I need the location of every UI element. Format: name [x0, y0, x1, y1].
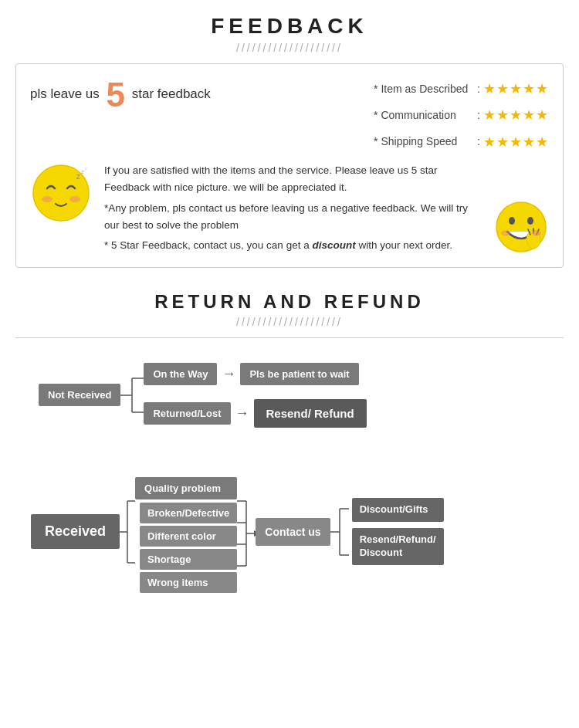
- received-container: Received Quality problem Broken/Defectiv…: [31, 466, 556, 598]
- rating-row-1: * Item as Described : ★★★★★: [374, 76, 549, 101]
- resend-refund-box: Resend/ Refund: [254, 399, 367, 428]
- rating-row-3: * Shipping Speed : ★★★★★: [374, 130, 549, 154]
- para3-suffix: with your next order.: [356, 239, 452, 251]
- not-received-box: Not Received: [39, 384, 120, 406]
- received-box: Received: [31, 514, 120, 549]
- quality-problem-box: Quality problem: [135, 477, 237, 499]
- rating-stars-1: ★★★★★: [483, 76, 549, 101]
- feedback-body-text: If you are satisfied with the items and …: [104, 162, 481, 257]
- svg-point-1: [42, 196, 52, 202]
- happy-smiley-icon: [493, 199, 549, 255]
- para3-prefix: * 5 Star Feedback, contact us, you can g…: [104, 239, 312, 251]
- received-flow-area: Received Quality problem Broken/Defectiv…: [0, 459, 579, 613]
- branch-on-the-way: On the Way → Pls be patient to wait: [144, 363, 366, 385]
- outcome-discount-gifts: Discount/Gifts: [352, 498, 444, 522]
- svg-text:z: z: [81, 168, 84, 175]
- on-the-way-box: On the Way: [144, 363, 217, 385]
- feedback-prefix: pls leave us: [30, 86, 100, 101]
- quality-area: Quality problem Broken/Defective Differe…: [135, 471, 237, 593]
- feedback-title: FEEDBACK: [15, 14, 564, 39]
- feedback-middle: z z z If you are satisfied with the item…: [30, 162, 549, 257]
- quality-item-1: Broken/Defective: [140, 503, 237, 523]
- not-received-branches: On the Way → Pls be patient to wait Retu…: [144, 363, 366, 428]
- quality-item-2: Different color: [140, 526, 237, 547]
- fork-svg-received-1: [120, 478, 135, 586]
- feedback-divider: ////////////////////: [15, 42, 564, 54]
- svg-text:z: z: [76, 172, 80, 181]
- svg-point-13: [501, 230, 510, 235]
- feedback-top: pls leave us 5 star feedback * Item as D…: [30, 75, 549, 156]
- rating-colon-3: :: [477, 132, 480, 151]
- svg-point-2: [69, 196, 80, 202]
- rating-colon-2: :: [477, 106, 480, 125]
- be-patient-box: Pls be patient to wait: [240, 363, 358, 385]
- arrow-2: →: [235, 405, 249, 422]
- star-ratings: * Item as Described : ★★★★★ * Communicat…: [374, 75, 549, 156]
- refund-title: RETURN AND REFUND: [15, 291, 564, 313]
- feedback-left: pls leave us 5 star feedback: [30, 75, 211, 112]
- refund-divider-line: [15, 337, 564, 338]
- contact-us-box: Contact us: [256, 518, 330, 546]
- feedback-number: 5: [107, 76, 125, 113]
- contact-outcomes: Discount/Gifts Resend/Refund/Discount: [352, 498, 444, 565]
- rating-row-2: * Communication : ★★★★★: [374, 103, 549, 127]
- refund-section: RETURN AND REFUND ////////////////////: [0, 276, 579, 347]
- arrows-to-contact: [237, 489, 256, 598]
- refund-divider: ////////////////////: [15, 316, 564, 328]
- discount-word: discount: [312, 239, 355, 251]
- sleeping-smiley-icon: z z z: [30, 162, 92, 224]
- rating-stars-2: ★★★★★: [483, 103, 549, 127]
- rating-colon-1: :: [477, 80, 480, 99]
- quality-item-3: Shortage: [140, 549, 237, 570]
- quality-item-4: Wrong items: [140, 572, 237, 593]
- svg-point-7: [509, 217, 515, 225]
- svg-point-14: [532, 230, 541, 235]
- feedback-section: FEEDBACK //////////////////// pls leave …: [0, 0, 579, 276]
- returned-lost-box: Returned/Lost: [144, 402, 230, 425]
- feedback-para3: * 5 Star Feedback, contact us, you can g…: [104, 237, 481, 254]
- branch-returned-lost: Returned/Lost → Resend/ Refund: [144, 399, 366, 428]
- svg-text:z: z: [85, 166, 87, 171]
- svg-point-8: [527, 217, 533, 225]
- fork-svg-1: [120, 364, 144, 426]
- quality-items: Broken/Defective Different color Shortag…: [140, 503, 237, 593]
- not-received-flow-area: Not Received On the Way → Pls be patient…: [0, 347, 579, 435]
- feedback-para1: If you are satisfied with the items and …: [104, 162, 481, 197]
- rating-stars-3: ★★★★★: [483, 130, 549, 154]
- rating-label-1: * Item as Described: [374, 80, 474, 99]
- feedback-suffix: star feedback: [132, 86, 211, 101]
- feedback-para2: *Any problem, pls contact us before leav…: [104, 200, 481, 235]
- feedback-box: pls leave us 5 star feedback * Item as D…: [15, 63, 564, 268]
- outcome-resend-refund: Resend/Refund/Discount: [352, 528, 444, 565]
- rating-label-2: * Communication: [374, 106, 474, 125]
- fork-svg-outcomes: [330, 493, 349, 571]
- arrow-1: →: [222, 366, 235, 382]
- rating-label-3: * Shipping Speed: [374, 132, 474, 151]
- not-received-container: Not Received On the Way → Pls be patient…: [39, 363, 556, 428]
